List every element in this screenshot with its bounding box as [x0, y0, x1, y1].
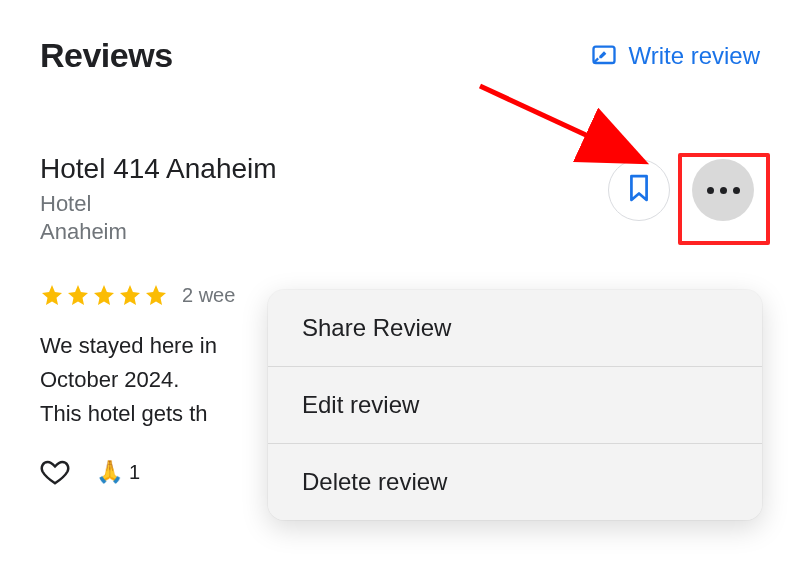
review-options-menu: Share Review Edit review Delete review — [268, 290, 762, 520]
menu-item-share-review[interactable]: Share Review — [268, 290, 762, 366]
star-icon — [92, 283, 116, 307]
pray-count: 1 — [129, 461, 140, 484]
write-review-label: Write review — [628, 42, 760, 70]
heart-icon — [40, 457, 70, 487]
bookmark-button[interactable] — [608, 159, 670, 221]
write-review-button[interactable]: Write review — [590, 42, 760, 70]
more-options-button[interactable] — [692, 159, 754, 221]
bookmark-icon — [626, 172, 652, 208]
more-options-icon — [707, 187, 740, 194]
star-icon — [40, 283, 64, 307]
menu-item-edit-review[interactable]: Edit review — [268, 366, 762, 443]
like-button[interactable] — [40, 457, 70, 487]
review-age: 2 wee — [182, 284, 235, 307]
pray-icon: 🙏 — [96, 459, 123, 485]
star-icon — [118, 283, 142, 307]
star-rating — [40, 283, 168, 307]
star-icon — [144, 283, 168, 307]
hotel-city: Anaheim — [40, 219, 277, 245]
page-title: Reviews — [40, 36, 173, 75]
svg-line-1 — [480, 86, 640, 160]
pray-reaction[interactable]: 🙏 1 — [96, 459, 140, 485]
menu-item-delete-review[interactable]: Delete review — [268, 443, 762, 520]
star-icon — [66, 283, 90, 307]
hotel-name[interactable]: Hotel 414 Anaheim — [40, 153, 277, 185]
hotel-type: Hotel — [40, 191, 277, 217]
write-review-icon — [590, 42, 618, 70]
